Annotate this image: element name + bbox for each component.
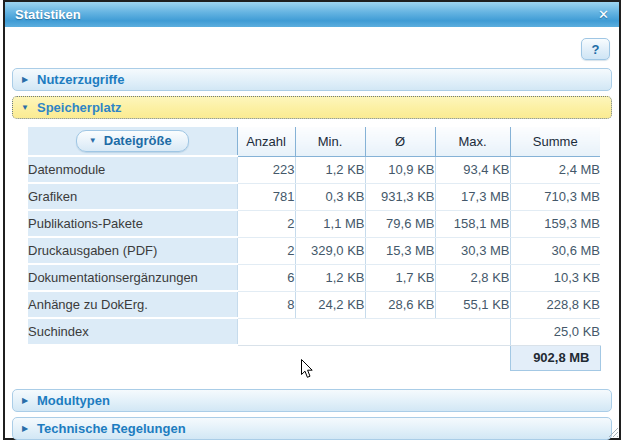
accordion-label: Modultypen — [37, 393, 110, 408]
cell-max: 2,8 KB — [435, 264, 510, 291]
row-label: Druckausgaben (PDF) — [28, 237, 237, 264]
cell-max: 30,3 MB — [435, 237, 510, 264]
cell-avg: 28,6 KB — [365, 291, 435, 318]
cell-summe: 10,3 KB — [510, 264, 600, 291]
accordion-nutzerzugriffe[interactable]: ▶ Nutzerzugriffe — [12, 68, 612, 91]
storage-table: ▼ Dateigröße Anzahl Min. Ø Max. Summe Da… — [28, 127, 601, 371]
dialog-content: ? ▶ Nutzerzugriffe ▼ Speicherplatz — [5, 27, 619, 442]
table-row: Grafiken 781 0,3 KB 931,3 KB 17,3 MB 710… — [28, 183, 600, 210]
table-row: Anhänge zu DokErg. 8 24,2 KB 28,6 KB 55,… — [28, 291, 600, 318]
cell-avg: 10,9 KB — [365, 156, 435, 183]
table-header-row: ▼ Dateigröße Anzahl Min. Ø Max. Summe — [28, 127, 600, 156]
column-header-anzahl: Anzahl — [237, 127, 295, 156]
filter-header-cell: ▼ Dateigröße — [28, 127, 237, 156]
row-label: Datenmodule — [28, 156, 237, 183]
chevron-down-icon: ▼ — [89, 136, 97, 145]
row-label: Anhänge zu DokErg. — [28, 291, 237, 318]
table-row: Datenmodule 223 1,2 KB 10,9 KB 93,4 KB 2… — [28, 156, 600, 183]
table-row: Druckausgaben (PDF) 2 329,0 KB 15,3 MB 3… — [28, 237, 600, 264]
cell-min: 0,3 KB — [295, 183, 365, 210]
cell-anzahl: 223 — [237, 156, 295, 183]
cell-summe: 25,0 KB — [510, 318, 600, 345]
cell-min: 1,2 KB — [295, 156, 365, 183]
accordion-modultypen[interactable]: ▶ Modultypen — [12, 389, 612, 412]
cell-min: 329,0 KB — [295, 237, 365, 264]
help-row: ? — [9, 31, 615, 63]
accordion-label: Technische Regelungen — [37, 421, 186, 436]
column-header-avg: Ø — [365, 127, 435, 156]
resize-grip[interactable] — [608, 427, 618, 437]
cell-anzahl: 2 — [237, 210, 295, 237]
chevron-down-icon: ▼ — [13, 103, 37, 112]
cell-avg: 931,3 KB — [365, 183, 435, 210]
dropdown-label: Dateigröße — [104, 133, 172, 148]
dialog-title: Statistiken — [15, 7, 81, 22]
accordion-label: Speicherplatz — [37, 100, 122, 115]
cell-summe: 30,6 MB — [510, 237, 600, 264]
close-icon[interactable]: ✕ — [598, 8, 609, 21]
table-total-row: 902,8 MB — [28, 345, 600, 370]
chevron-right-icon: ▶ — [13, 424, 37, 433]
accordion-technische-regelungen[interactable]: ▶ Technische Regelungen — [12, 417, 612, 440]
cell-anzahl: 8 — [237, 291, 295, 318]
row-label: Grafiken — [28, 183, 237, 210]
table-row: Publikations-Pakete 2 1,1 MB 79,6 MB 158… — [28, 210, 600, 237]
cell-max: 55,1 KB — [435, 291, 510, 318]
cell-summe: 2,4 MB — [510, 156, 600, 183]
suchindex-empty-cells — [237, 318, 510, 345]
cell-avg: 15,3 MB — [365, 237, 435, 264]
dateigroesse-dropdown-button[interactable]: ▼ Dateigröße — [76, 130, 189, 152]
help-button[interactable]: ? — [581, 38, 610, 60]
column-header-min: Min. — [295, 127, 365, 156]
cell-anzahl: 2 — [237, 237, 295, 264]
cell-max: 158,1 MB — [435, 210, 510, 237]
cell-summe: 710,3 MB — [510, 183, 600, 210]
row-label: Publikations-Pakete — [28, 210, 237, 237]
row-label: Suchindex — [28, 318, 237, 345]
table-row-suchindex: Suchindex 25,0 KB — [28, 318, 600, 345]
cell-max: 17,3 MB — [435, 183, 510, 210]
cell-min: 24,2 KB — [295, 291, 365, 318]
dialog-titlebar: Statistiken ✕ — [5, 2, 619, 27]
accordion-speicherplatz[interactable]: ▼ Speicherplatz — [12, 96, 612, 119]
cell-min: 1,1 MB — [295, 210, 365, 237]
cell-anzahl: 781 — [237, 183, 295, 210]
cell-summe: 228,8 KB — [510, 291, 600, 318]
cell-max: 93,4 KB — [435, 156, 510, 183]
chevron-right-icon: ▶ — [13, 396, 37, 405]
empty-cell — [28, 345, 237, 370]
total-sum-cell: 902,8 MB — [510, 345, 600, 370]
cell-avg: 79,6 MB — [365, 210, 435, 237]
cell-min: 1,2 KB — [295, 264, 365, 291]
cell-avg: 1,7 KB — [365, 264, 435, 291]
cell-anzahl: 6 — [237, 264, 295, 291]
column-header-max: Max. — [435, 127, 510, 156]
statistics-dialog: Statistiken ✕ ? ▶ Nutzerzugriffe ▼ Speic… — [3, 0, 621, 440]
table-row: Dokumentationsergänzungen 6 1,2 KB 1,7 K… — [28, 264, 600, 291]
speicherplatz-panel: ▼ Dateigröße Anzahl Min. Ø Max. Summe Da… — [9, 119, 615, 384]
column-header-summe: Summe — [510, 127, 600, 156]
chevron-right-icon: ▶ — [13, 75, 37, 84]
row-label: Dokumentationsergänzungen — [28, 264, 237, 291]
accordion-label: Nutzerzugriffe — [37, 72, 124, 87]
cell-summe: 159,3 MB — [510, 210, 600, 237]
empty-cell — [237, 345, 510, 370]
